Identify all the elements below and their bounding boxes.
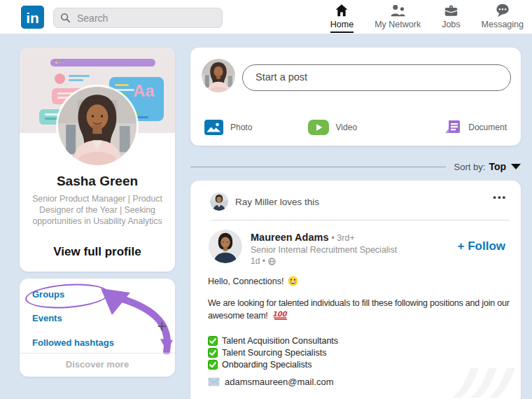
start-post-input[interactable]: Start a post: [242, 64, 511, 91]
discover-more-button[interactable]: Discover more: [20, 359, 175, 370]
video-button[interactable]: Video: [308, 119, 357, 136]
top-nav: in Home My Network: [0, 0, 532, 34]
list-item: Onboarding Specialists: [208, 358, 338, 370]
banner-dot: [62, 62, 64, 64]
document-label: Document: [468, 122, 507, 132]
photo-button[interactable]: Photo: [204, 119, 252, 136]
banner-pink-circle: [55, 74, 65, 84]
watermark-stripes: [445, 363, 515, 399]
divider: [211, 220, 510, 220]
nav-item-label: Home: [330, 20, 354, 33]
sort-by-label: Sort by:: [454, 162, 486, 172]
banner-browser-bar: [50, 59, 155, 66]
composer-actions: Photo Video Document: [204, 119, 507, 136]
sort-value[interactable]: Top: [489, 161, 506, 172]
composer-card: Start a post Photo Video Document: [190, 48, 521, 146]
sort-row: Sort by: Top: [190, 160, 521, 174]
chat-bubble-icon: [494, 2, 511, 19]
follow-button[interactable]: + Follow: [458, 239, 505, 253]
profile-name: Sasha Green: [20, 174, 175, 189]
briefcase-icon: [443, 2, 459, 19]
position-label: Talent Acquisition Consultants: [222, 336, 338, 346]
svg-text:100: 100: [272, 310, 288, 318]
linkedin-logo[interactable]: in: [21, 6, 44, 29]
post-card: Ray Miller loves this ••• Maureen Adams: [190, 181, 521, 399]
post-greeting: Hello, Connections!: [208, 276, 298, 286]
reactor-avatar[interactable]: [210, 192, 228, 211]
linkedin-app: in Home My Network: [0, 0, 532, 399]
banner-aa-text: Aa: [133, 81, 155, 101]
post-body: We are looking for talented individuals …: [208, 297, 517, 322]
banner-line: [115, 89, 134, 91]
check-mark-icon: [208, 360, 218, 370]
search-box[interactable]: [53, 8, 223, 28]
time-text: 1d •: [251, 256, 265, 266]
video-label: Video: [336, 122, 357, 132]
chevron-down-icon[interactable]: [511, 164, 521, 169]
add-button[interactable]: +: [158, 319, 167, 333]
banner-dot: [59, 62, 61, 64]
connection-degree: • 3rd+: [332, 233, 355, 243]
nav-item-label: Jobs: [442, 20, 460, 31]
nav-item-messaging[interactable]: Messaging: [482, 2, 524, 33]
search-input[interactable]: [76, 12, 216, 24]
view-full-profile-button[interactable]: View full profile: [20, 245, 175, 259]
email-text: adamsmaureen@mail.com: [225, 377, 334, 387]
post-menu-button[interactable]: •••: [493, 192, 507, 202]
author-headline: Senior Internal Recruitment Specialist: [251, 245, 397, 255]
nav-item-home[interactable]: Home: [330, 2, 354, 33]
document-button[interactable]: Document: [444, 119, 507, 136]
position-label: Onboarding Specialists: [222, 360, 312, 370]
post-timestamp: 1d •: [251, 256, 276, 266]
banner-line: [69, 75, 90, 77]
profile-card: Aa: [20, 48, 175, 272]
envelope-icon: [208, 377, 220, 386]
body-text: We are looking for talented individuals …: [208, 298, 510, 321]
video-icon: [308, 120, 329, 135]
author-name[interactable]: Maureen Adams: [251, 232, 328, 243]
document-icon: [444, 119, 461, 136]
author-name-line: Maureen Adams • 3rd+: [251, 232, 355, 243]
profile-headline: Senior Product Manager | Product Designe…: [29, 193, 165, 227]
nav-item-label: Messaging: [482, 20, 524, 31]
nav-item-my-network[interactable]: My Network: [374, 2, 421, 33]
shortcuts-card: Groups Events Followed hashtags + Discov…: [20, 279, 175, 377]
list-item: Talent Acquisition Consultants: [208, 335, 338, 346]
email-row: adamsmaureen@mail.com: [208, 377, 334, 387]
divider: [20, 353, 175, 354]
banner-dot: [55, 62, 57, 64]
nav-item-label: My Network: [374, 20, 421, 31]
linkedin-logo-text: in: [26, 8, 39, 29]
divider: [190, 167, 446, 167]
list-item: Talent Sourcing Specialists: [208, 346, 338, 358]
author-avatar[interactable]: [209, 230, 242, 263]
search-icon: [60, 13, 71, 23]
banner-line: [115, 84, 129, 86]
hundred-emoji-icon: 100: [272, 310, 289, 320]
globe-icon: [268, 258, 276, 265]
profile-photo[interactable]: [58, 87, 136, 165]
nav-item-jobs[interactable]: Jobs: [442, 2, 460, 33]
check-mark-icon: [208, 348, 218, 358]
positions-list: Talent Acquisition Consultants Talent So…: [208, 335, 338, 370]
greeting-text: Hello, Connections!: [208, 276, 284, 286]
sidebar-item-events[interactable]: Events: [32, 313, 62, 323]
grinning-emoji-icon: [288, 276, 298, 286]
home-icon: [334, 2, 349, 19]
composer-avatar[interactable]: [202, 59, 235, 92]
photo-label: Photo: [230, 122, 252, 132]
photo-icon: [204, 120, 223, 135]
social-context: Ray Miller loves this: [235, 197, 319, 207]
nav-items: Home My Network Jobs Messaging: [330, 2, 524, 33]
people-icon: [389, 2, 407, 19]
position-label: Talent Sourcing Specialists: [222, 348, 326, 358]
check-mark-icon: [208, 336, 218, 346]
banner-line: [69, 79, 83, 81]
